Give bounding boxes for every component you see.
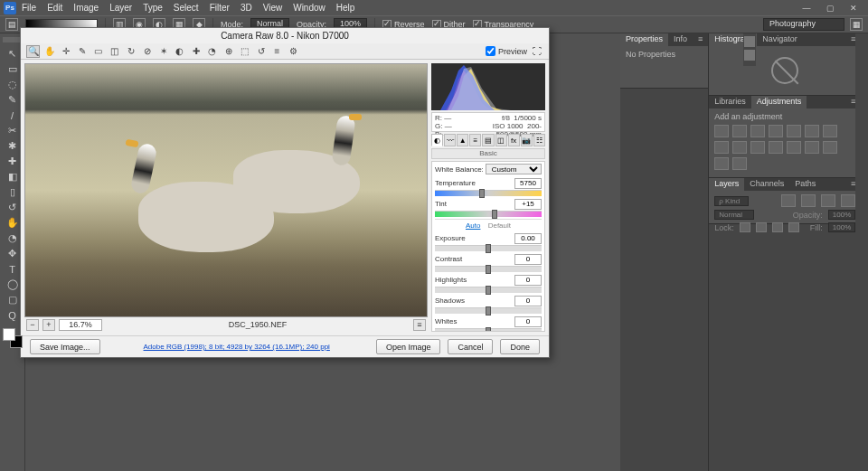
fullscreen-icon[interactable]: ⛶ [530,45,543,58]
adjustment-icon-4[interactable] [787,125,801,137]
slider-temperature[interactable] [435,190,542,196]
tab-properties[interactable]: Properties [620,33,668,46]
raw-tool-7[interactable]: ⊘ [140,45,154,58]
menu-edit[interactable]: Edit [47,3,62,13]
slider-exposure[interactable] [435,245,542,251]
adjustment-icon-8[interactable] [732,141,747,154]
adjustment-icon-7[interactable] [714,141,729,154]
filter-icon[interactable] [781,194,796,207]
menu-layer[interactable]: Layer [109,3,132,13]
workflow-link[interactable]: Adobe RGB (1998); 8 bit; 4928 by 3264 (1… [144,343,330,351]
record-icon[interactable] [744,50,755,61]
raw-tool-13[interactable]: ⬚ [238,45,251,58]
menu-type[interactable]: Type [143,3,163,13]
adjustment-icon-10[interactable] [769,141,783,154]
nav-icon[interactable]: ≡ [413,319,426,331]
window-maximize[interactable]: ▢ [819,2,841,14]
slider-shadows[interactable] [435,307,542,314]
raw-tool-15[interactable]: ≡ [270,45,284,58]
raw-tool-14[interactable]: ↺ [254,45,268,58]
raw-tab-presets-icon[interactable]: ☷ [533,134,545,146]
zoom-in-button[interactable]: + [42,319,55,331]
slider-value-highlights[interactable] [514,275,542,286]
raw-tab-detail-icon[interactable]: ▲ [457,134,468,146]
raw-tab-curve-icon[interactable]: 〰 [444,134,456,146]
filter-icon[interactable] [821,194,835,207]
raw-tool-1[interactable]: ✋ [42,45,56,58]
raw-tab-hsl-icon[interactable]: ≡ [469,134,481,146]
raw-tab-split-icon[interactable]: ▤ [482,134,494,146]
menu-select[interactable]: Select [174,3,199,13]
panel-menu-icon[interactable]: ≡ [693,33,708,46]
menu-file[interactable]: File [22,3,36,13]
workspace-select[interactable]: Photography [763,18,844,31]
done-button[interactable]: Done [500,339,540,354]
slider-value-whites[interactable] [514,316,542,327]
raw-tool-0[interactable]: 🔍 [26,45,40,58]
preview-checkbox[interactable]: Preview [486,46,527,56]
filter-icon[interactable] [801,194,816,207]
search-icon[interactable]: ▦ [850,18,863,31]
layer-opacity[interactable]: 100% [828,210,855,220]
open-image-button[interactable]: Open Image [376,339,441,354]
lock-icon[interactable] [788,222,799,232]
auto-link[interactable]: Auto [466,221,480,230]
menu-view[interactable]: View [263,3,283,13]
slider-tint[interactable] [435,211,542,217]
play-icon[interactable] [744,36,755,47]
menu-image[interactable]: Image [73,3,99,13]
layer-kind[interactable]: ρ Kind [714,196,749,206]
raw-tool-4[interactable]: ▭ [91,45,105,58]
slider-contrast[interactable] [435,266,542,272]
slider-value-exposure[interactable] [514,233,542,244]
slider-value-temperature[interactable] [514,178,542,189]
adjustment-icon-9[interactable] [750,141,765,154]
raw-tool-3[interactable]: ✎ [75,45,89,58]
slider-highlights[interactable] [435,287,542,293]
adjustment-icon-1[interactable] [732,125,747,137]
gradient-tool-icon[interactable]: ▤ [5,18,18,31]
raw-tab-lens-icon[interactable]: ◫ [495,134,507,146]
raw-tool-2[interactable]: ✛ [59,45,72,58]
raw-tool-16[interactable]: ⚙ [287,45,300,58]
adjustment-icon-15[interactable] [732,157,747,170]
wb-select[interactable]: Custom [486,164,542,174]
raw-tool-6[interactable]: ↻ [124,45,137,58]
lock-icon[interactable] [740,222,750,232]
slider-value-shadows[interactable] [514,296,542,306]
adjustment-icon-13[interactable] [823,141,837,154]
adjustment-icon-11[interactable] [787,141,801,154]
raw-tool-5[interactable]: ◫ [108,45,121,58]
lock-icon[interactable] [772,222,783,232]
raw-tab-fx-icon[interactable]: fx [508,134,520,146]
raw-tool-10[interactable]: ✚ [189,45,203,58]
adjustment-icon-5[interactable] [805,125,819,137]
menu-help[interactable]: Help [336,3,355,13]
slider-whites[interactable] [435,328,542,332]
raw-tab-basic-icon[interactable]: ◐ [431,134,443,146]
raw-preview-image[interactable] [24,63,428,317]
raw-tool-8[interactable]: ✶ [156,45,170,58]
default-link[interactable]: Default [488,221,511,230]
menu-filter[interactable]: Filter [210,3,230,13]
layer-fill[interactable]: 100% [828,222,855,232]
raw-tool-12[interactable]: ⊕ [222,45,235,58]
tab-paths[interactable]: Paths [789,178,821,191]
menu-3d[interactable]: 3D [241,3,252,13]
zoom-out-button[interactable]: − [26,319,39,331]
tab-channels[interactable]: Channels [744,178,789,191]
tab-info[interactable]: Info [668,33,693,46]
window-close[interactable]: ✕ [843,2,864,14]
cancel-button[interactable]: Cancel [448,339,493,354]
tab-navigator[interactable]: Navigator [757,33,803,46]
filter-icon[interactable] [841,194,855,207]
save-image-button[interactable]: Save Image... [30,339,100,354]
slider-value-tint[interactable] [514,199,542,210]
adjustment-icon-14[interactable] [714,157,729,170]
zoom-field[interactable]: 16.7% [59,319,102,331]
adjustment-icon-3[interactable] [769,125,783,137]
window-minimize[interactable]: — [796,2,817,14]
raw-histogram[interactable] [431,63,545,110]
adjustment-icon-12[interactable] [805,141,819,154]
blend-select[interactable]: Normal [714,210,754,220]
